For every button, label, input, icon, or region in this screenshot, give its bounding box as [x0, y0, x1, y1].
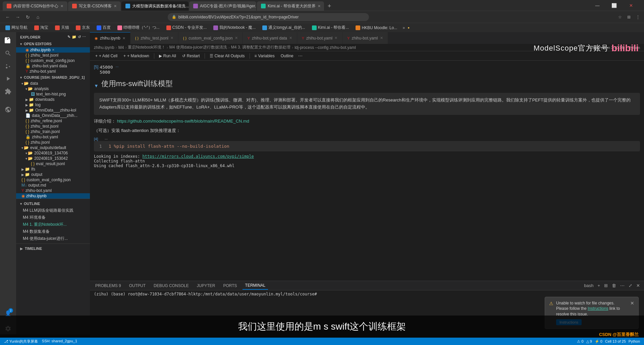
restart-button[interactable]: ↺ Restart [179, 53, 203, 59]
course-section-header[interactable]: ▾ COURSE [SSH: SHARED_2GPU_1] [16, 74, 90, 81]
clear-outputs-button[interactable]: ☰ Clear All Outputs [207, 53, 248, 59]
section-collapse-arrow[interactable]: ▼ [94, 83, 99, 88]
output-link[interactable]: https://mirrors.cloud.aliyuncs.com/pypi/… [143, 154, 254, 159]
editor-tab-close-1[interactable]: ✕ [170, 36, 173, 40]
file-eval-result[interactable]: { } eval_result.jsonl [16, 161, 90, 166]
forward-button[interactable]: → [14, 14, 21, 20]
outline-item-4[interactable]: M4 使用data-juicer进行... [16, 235, 90, 242]
tab1-close[interactable]: ✕ [60, 4, 63, 8]
new-folder-icon[interactable]: 📁 [72, 35, 76, 39]
panel-tab-output[interactable]: OUTPUT [126, 282, 148, 289]
bookmark-nav[interactable]: 网址导航 [3, 24, 30, 31]
file-zhihu-train[interactable]: { } zhihu_train.jsonl [16, 129, 90, 134]
open-editor-zhihu-bot-yaml[interactable]: Y zhihu-bot.yaml [16, 69, 90, 74]
panel-tab-terminal[interactable]: TERMINAL [243, 282, 268, 290]
folder-omnidata[interactable]: ▶ 📁 OmniData___zhihu-kol [16, 108, 90, 113]
panel-split-terminal[interactable]: ⊞ [603, 282, 609, 289]
new-tab-button[interactable]: + [325, 1, 334, 11]
open-editor-zhihu-bot-yaml-data[interactable]: 🔒 zhihu-bot.yaml data [16, 63, 90, 69]
panel-trash-icon[interactable]: 🗑 [610, 282, 618, 289]
folder-lfs[interactable]: ▶ 📁 lfs [16, 166, 90, 172]
notification-link[interactable]: Instructions [588, 306, 608, 311]
variables-button[interactable]: ≡ Variables [252, 53, 277, 59]
add-cell-button[interactable]: + + Add Cell [93, 53, 120, 59]
file-output-md[interactable]: M↓ output.md [16, 183, 90, 188]
browser-tab-3[interactable]: 大模型微调实践数据准备/清洗... ✕ [121, 1, 189, 11]
outline-button[interactable]: Outline [278, 53, 296, 59]
url-input[interactable]: 🔒 bilibili.com/video/BV1vuWpezEKx/?p=21&… [168, 13, 369, 21]
bookmark-csdn[interactable]: CSDN - 专业开发... [164, 24, 210, 31]
panel-tab-jupyter[interactable]: JUPYTER [194, 282, 218, 289]
home-button[interactable]: ⌂ [34, 14, 42, 20]
folder-20240819-153042[interactable]: ▾ 📂 20240819_153042 [16, 156, 90, 161]
outline-item-2[interactable]: M4 1. 重启Notebook环... [16, 221, 90, 228]
browser-tab-5[interactable]: Kimi.ai - 帮你看更大的世界 ✕ [257, 1, 324, 11]
panel-tab-ports[interactable]: PORTS [220, 282, 239, 289]
file-zhihu-jsonl[interactable]: { } zhihu.jsonl [16, 140, 90, 145]
open-editor-custom-eval[interactable]: { } custom_eval_config.json [16, 58, 90, 63]
panel-tab-problems[interactable]: PROBLEMS 9 [93, 282, 124, 289]
more-bookmarks-button[interactable]: » [402, 25, 405, 30]
refresh-icon[interactable]: ↺ [78, 35, 81, 39]
outline-item-0[interactable]: M4 LLM训练全链路最佳实践 [16, 207, 90, 214]
remote-activity-icon[interactable] [2, 104, 14, 115]
editor-tab-close-5[interactable]: ✕ [380, 36, 383, 40]
bookmark-tianmao[interactable]: 天猫 [52, 24, 72, 31]
editor-tab-zhihu-ipynb[interactable]: ◉ zhihu.ipynb ✕ [90, 32, 130, 44]
bookmark-taobao[interactable]: 淘宝 [32, 24, 51, 31]
file-zhihu-ipynb-root[interactable]: ◉ zhihu.ipynb [16, 193, 90, 199]
browser-tab-4[interactable]: AIGC专题-图片/声音/视频/Ager... ✕ [189, 1, 256, 11]
outline-header[interactable]: ▾ OUTLINE [16, 200, 90, 207]
breadcrumb-5[interactable]: ldj-process --config zhihu-bot.yaml [294, 45, 356, 50]
maximize-button[interactable]: ⬜ [606, 0, 622, 11]
star-button[interactable]: ☆ [618, 15, 622, 19]
reload-button[interactable]: ↻ [24, 14, 32, 20]
panel-new-terminal[interactable]: + [596, 282, 601, 289]
run-activity-icon[interactable] [2, 73, 14, 84]
explorer-activity-icon[interactable] [2, 35, 14, 46]
close-button[interactable]: ✕ [623, 0, 639, 11]
open-editor-zhihu-ipynb[interactable]: ◉ zhihu.ipynb ✕ [16, 47, 90, 53]
file-text-len-hist[interactable]: 🖼 text_len-hist.png [16, 91, 90, 97]
toolbar-more-button[interactable]: ⋯ [298, 53, 303, 58]
folder-eval-outputs[interactable]: ▾ 📂 eval_outputs/default [16, 145, 90, 150]
folder-downloads[interactable]: ▶ 📁 downloads [16, 97, 90, 102]
search-activity-icon[interactable] [2, 48, 14, 59]
bookmark-notebook[interactable]: 我的Notebook - 魔... [211, 24, 258, 31]
tab2-close[interactable]: ✕ [114, 4, 117, 8]
folder-analysis[interactable]: ▾ 📂 analysis [16, 86, 90, 91]
breadcrumb-0[interactable]: zhihu.ipynb [94, 45, 114, 50]
outline-item-1[interactable]: M4 环境准备 [16, 214, 90, 221]
file-zhihu-test[interactable]: { } zhihu_test.jsonl [16, 124, 90, 129]
open-editors-section[interactable]: ▾ OPEN EDITORS [16, 41, 90, 47]
tab5-close[interactable]: ✕ [318, 4, 321, 8]
bookmark-bilibili[interactable]: 哔哩哔哩（°-°）つ... [115, 24, 162, 31]
file-zhihu-refine[interactable]: { } zhihu_refine.jsonl [16, 118, 90, 124]
new-file-icon[interactable]: ✎ [67, 35, 70, 39]
notification-close-button[interactable]: ✕ [630, 300, 634, 306]
file-data-omnidata[interactable]: 📄 data_OmniData___zhih... [16, 113, 90, 118]
run-all-button[interactable]: ▶ Run All [156, 53, 179, 59]
folder-data[interactable]: ▾ 📂 data [16, 81, 90, 86]
file-zhihu-bot-yaml-lock[interactable]: 🔒 zhihu-bot.yaml [16, 134, 90, 140]
editor-tab-zhihu-bot-yaml2[interactable]: Y zhihu-bot.yaml ✕ [342, 32, 388, 44]
bookmark-tongyi[interactable]: 通义tongyi.ai_你的... [260, 24, 308, 31]
outline-item-3[interactable]: M4 数据集准备 [16, 228, 90, 235]
bookmark-jd[interactable]: 京东 [73, 24, 93, 31]
source-control-activity-icon[interactable] [2, 60, 14, 72]
panel-close-icon[interactable]: ✕ [635, 282, 641, 289]
extensions-button[interactable]: ⊞ [627, 15, 631, 19]
editor-tab-close-3[interactable]: ✕ [289, 36, 292, 40]
file-custom-eval-config[interactable]: { } custom_eval_config.json [16, 177, 90, 183]
panel-more-icon[interactable]: ⋯ [619, 282, 626, 289]
editor-tab-close-4[interactable]: ✕ [334, 36, 337, 40]
detail-link[interactable]: https://github.com/modelscope/ms-swift/b… [117, 119, 249, 124]
breadcrumb-4[interactable]: M4 3. 调整配置文件进行数据处理 [231, 45, 290, 50]
folder-20240819-134706[interactable]: ▾ 📂 20240819_134706 [16, 150, 90, 156]
editor-tab-zhihu-bot-yaml[interactable]: Y zhihu-bot.yaml ✕ [297, 32, 342, 44]
browser-tab-1[interactable]: 内容管理-CSDN创作中心 ✕ [3, 1, 67, 11]
bookmark-hkbu[interactable]: HKBU Moodle: Lo... [353, 25, 400, 31]
panel-tab-debug[interactable]: DEBUG CONSOLE [151, 282, 192, 289]
collapse-all-icon[interactable]: ⋯ [82, 35, 86, 39]
editor-tab-custom-eval[interactable]: { } custom_eval_config.json ✕ [178, 32, 243, 44]
